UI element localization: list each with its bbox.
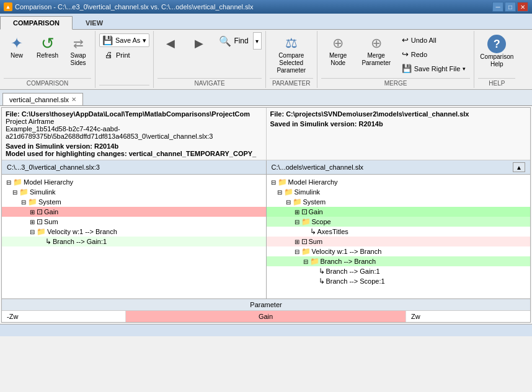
expand-icon: ⊞ [293,207,301,216]
expand-icon [37,237,45,246]
main-pane: File: C:\Users\thosey\AppData\Local\Temp… [1,107,531,323]
item-icon: ⊡ [301,207,308,216]
right-version: Saved in Simulink version: R2014b [270,120,527,128]
list-item[interactable]: ⊞ ⊡ Sum [267,237,531,246]
list-item[interactable]: ↳ Branch --> Gain:1 [267,266,531,276]
list-item[interactable]: ↳ Branch --> Scope:1 [267,276,531,286]
list-item[interactable]: ⊟ 📁 Branch --> Branch [267,256,531,266]
tab-comparison[interactable]: COMPARISON [0,16,73,30]
folder-icon: 📁 [284,188,293,196]
right-info-header: File: C:\projects\SVNDemo\user2\models\v… [267,108,531,160]
close-button[interactable]: ✕ [517,2,528,12]
nav-forward-button[interactable]: ▶ [186,32,212,54]
item-icon: ↳ [310,227,316,236]
save-as-button[interactable]: 💾 Save As ▾ [99,33,149,47]
comparison-help-button[interactable]: ? Comparison Help [478,32,515,71]
new-icon: ✦ [8,35,25,52]
left-tree-pane[interactable]: ⊟ 📁 Model Hierarchy ⊟ 📁 Simulink ⊟ 📁 Sys… [2,175,267,298]
save-right-label: Save Right File [414,65,461,72]
expand-icon [301,227,310,236]
list-item[interactable]: ⊟ 📁 Model Hierarchy [267,177,531,187]
ribbon-group-comparison: ✦ New ↺ Refresh ⇄ SwapSides COMPARISON [0,31,95,88]
left-info-header: File: C:\Users\thosey\AppData\Local\Temp… [2,108,267,160]
find-button[interactable]: 🔍 Find [215,33,252,50]
expand-icon [310,277,319,285]
compare-param-button[interactable]: ⚖ Compare Selected Parameter [270,32,313,77]
undo-all-button[interactable]: ↩ Undo All [397,33,471,46]
list-item[interactable]: ⊟ 📁 Simulink [2,187,266,197]
list-item[interactable]: ⊞ ⊡ Gain [2,207,266,217]
merge-param-button[interactable]: ⊕ Merge Parameter [358,32,395,69]
merge-param-label: Merge Parameter [361,52,391,67]
param-right-value: Zw [406,311,530,322]
left-version: Saved in Simulink version: R2014b [6,142,262,150]
save-as-chevron: ▾ [143,37,146,45]
item-icon: ⊡ [37,207,43,216]
app-icon: ▲ [4,2,12,11]
expand-icon: ⊟ [293,247,301,256]
ribbon-group-file: 💾 Save As ▾ 🖨 Print [95,31,154,88]
item-icon: ↳ [45,237,51,246]
left-project: Project Airframe [6,118,262,125]
tree-up-button[interactable]: ▲ [513,162,525,172]
print-button[interactable]: 🖨 Print [99,48,149,61]
file-tab[interactable]: vertical_channel.slx ✕ [2,93,83,105]
left-tree-path-header: C:\...3_0\vertical_channel.slx:3 [2,160,267,174]
nav-back-button[interactable]: ◀ [157,32,184,54]
expand-icon: ⊟ [293,217,301,226]
swap-label: SwapSides [71,52,86,67]
file-tab-close[interactable]: ✕ [71,96,76,103]
refresh-label: Refresh [37,52,58,59]
swap-sides-button[interactable]: ⇄ SwapSides [65,32,91,69]
list-item[interactable]: ⊞ ⊡ Gain [267,207,531,217]
new-button[interactable]: ✦ New [4,32,30,62]
left-highlight: Model used for highlighting changes: ver… [6,150,262,157]
list-item[interactable]: ⊟ 📁 System [2,197,266,207]
undo-all-label: Undo All [411,37,437,44]
expand-icon: ⊟ [275,188,284,196]
expand-icon: ⊞ [293,237,301,246]
save-as-icon: 💾 [102,35,113,45]
swap-icon: ⇄ [69,35,87,52]
list-item[interactable]: ⊟ 📁 Scope [267,217,531,227]
redo-button[interactable]: ↪ Redo [397,48,471,61]
expand-icon: ⊟ [19,198,28,206]
merge-node-button[interactable]: ⊕ Merge Node [321,32,355,69]
merge-node-label: Merge Node [326,52,351,67]
merge-node-icon: ⊕ [329,35,347,52]
list-item[interactable]: ⊟ 📁 Model Hierarchy [2,177,266,187]
status-bar [0,324,532,336]
list-item[interactable]: ↳ Branch --> Gain:1 [2,237,266,246]
list-item[interactable]: ⊟ 📁 Velocity w:1 --> Branch [2,227,266,237]
redo-icon: ↪ [402,50,409,59]
find-dropdown-button[interactable]: ▾ [253,32,262,50]
param-left-value: -Zw [2,311,126,322]
minimize-button[interactable]: ─ [492,2,503,12]
list-item[interactable]: ↳ AxesTitles [267,227,531,237]
navigate-group-label: NAVIGATE [157,78,261,87]
expand-icon: ⊟ [301,257,310,266]
list-item[interactable]: ⊟ 📁 Velocity w:1 --> Branch [267,246,531,256]
right-tree-pane[interactable]: ⊟ 📁 Model Hierarchy ⊟ 📁 Simulink ⊟ 📁 Sys… [267,175,531,298]
right-tree-path: C:\...odels\vertical_channel.slx [272,163,364,171]
param-section: Parameter -Zw Gain Zw [2,298,530,322]
list-item[interactable]: ⊟ 📁 Simulink [267,187,531,197]
print-icon: 🖨 [104,50,113,59]
refresh-button[interactable]: ↺ Refresh [32,32,63,62]
list-item[interactable]: ⊞ ⊡ Sum [2,217,266,227]
save-print-group: 💾 Save As ▾ 🖨 Print [99,32,149,63]
folder-icon: 📁 [13,178,22,186]
help-group-label: HELP [478,78,515,87]
item-icon: ⊡ [301,237,308,246]
param-center-value: Gain [126,311,406,322]
tree-path-headers: C:\...3_0\vertical_channel.slx:3 C:\...o… [2,160,530,175]
save-right-button[interactable]: 💾 Save Right File ▾ [397,62,471,75]
redo-label: Redo [411,51,427,58]
maximize-button[interactable]: □ [505,2,516,12]
print-label: Print [116,51,130,59]
nav-back-icon: ◀ [162,35,179,52]
list-item[interactable]: ⊟ 📁 System [267,197,531,207]
ribbon: ✦ New ↺ Refresh ⇄ SwapSides COMPARISON 💾 [0,30,532,90]
find-icon: 🔍 [219,35,231,47]
tab-view[interactable]: VIEW [73,15,116,29]
